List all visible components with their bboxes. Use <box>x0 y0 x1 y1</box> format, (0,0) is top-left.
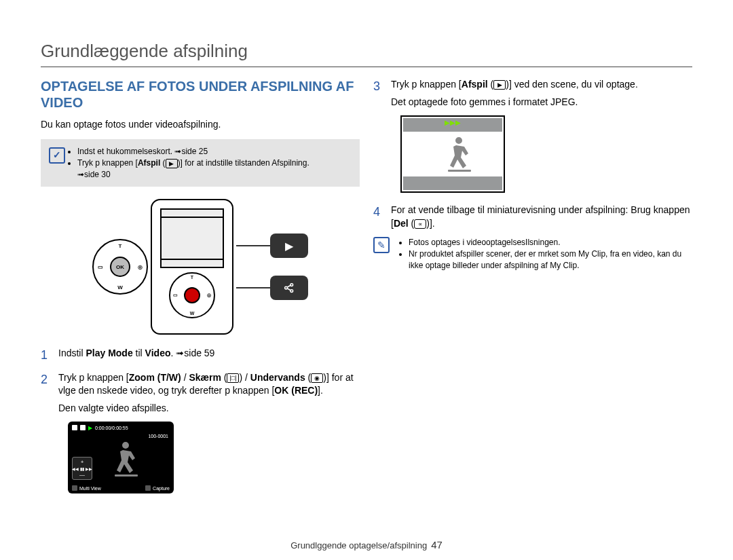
play-small-icon <box>145 485 151 491</box>
page-number: 47 <box>431 539 443 550</box>
skater-silhouette <box>111 438 145 481</box>
display-icon: |□| <box>227 373 239 383</box>
share-button-illustration <box>270 276 308 300</box>
section-heading: OPTAGELSE AF FOTOS UNDER AFSPILNING AF V… <box>41 78 360 111</box>
step-2-result: Den valgte video afspilles. <box>58 402 360 415</box>
page-title: Grundlæggende afspilning <box>41 41 692 62</box>
page-footer: Grundlggende optagelse/afspilning47 <box>0 539 733 550</box>
zoom-control: + ◀◀▮▮▶▶ — <box>72 457 92 480</box>
hd-indicator-icon <box>80 425 86 430</box>
playback-preview: ▶ 0:00:00/0:00:55 100-0001 + ◀◀▮▮▶▶ — Mu… <box>68 422 174 493</box>
svg-rect-6 <box>448 170 471 172</box>
multi-view-label: Multi View <box>79 486 101 491</box>
play-icon: ▶ <box>493 80 506 90</box>
skater-silhouette-2 <box>440 134 481 175</box>
camera-diagram: T W ▭ ◎ <box>151 199 233 335</box>
svg-line-3 <box>287 286 290 288</box>
device-figure: T W ▭ ◎ OK T W ▭ ◎ <box>41 199 360 335</box>
timecode: 0:00:00/0:00:55 <box>95 426 128 430</box>
note-item-2: Nr produktet afspiller scener, der er mr… <box>409 248 692 272</box>
precheck-box: ✓ Indst et hukommelseskort. ➟side 25 Try… <box>41 139 360 187</box>
precheck-item-1: Indst et hukommelseskort. ➟side 25 <box>77 146 309 157</box>
captured-photo-preview: ▶▶▶ <box>400 115 505 193</box>
fast-forward-icon: ▶▶▶ <box>445 119 461 126</box>
check-icon: ✓ <box>49 147 65 164</box>
title-rule <box>41 67 692 67</box>
share-icon: ∝ <box>414 219 426 229</box>
capture-label: Capture <box>153 486 170 491</box>
precheck-item-2: Tryk p knappen [Afspil (▶)] for at indst… <box>77 157 309 181</box>
note-item-1: Fotos optages i videooptagelsesIlsningen… <box>409 237 692 248</box>
play-indicator-icon: ▶ <box>88 425 92 431</box>
svg-rect-5 <box>115 474 138 477</box>
step-4: 4 For at vende tilbage til miniaturevisn… <box>373 204 692 230</box>
note-box: ✎ Fotos optages i videooptagelsesIlsning… <box>373 237 692 271</box>
step-3: 3 Tryk p knappen [Afspil (▶)] ved den sc… <box>373 78 692 109</box>
svg-line-4 <box>287 288 290 291</box>
share-small-icon <box>72 485 77 491</box>
underwater-icon: ◉ <box>311 373 323 383</box>
note-icon: ✎ <box>373 237 390 253</box>
rec-indicator-icon <box>72 425 77 430</box>
step-2: 2 Tryk p knappen [Zoom (T/W) / Skærm (|□… <box>41 371 360 415</box>
intro-text: Du kan optage fotos under videoafspilnin… <box>41 119 360 130</box>
step-1: 1 Indstil Play Mode til Video. ➟side 59 <box>41 347 360 364</box>
dpad-diagram: T W ▭ ◎ OK <box>92 239 148 295</box>
step-3-result: Det optagede foto gemmes i formatet JPEG… <box>391 96 692 109</box>
play-mode-icon: ▶ <box>166 159 178 168</box>
file-counter: 100-0001 <box>148 434 168 438</box>
play-button-illustration: ▶ <box>270 234 308 258</box>
